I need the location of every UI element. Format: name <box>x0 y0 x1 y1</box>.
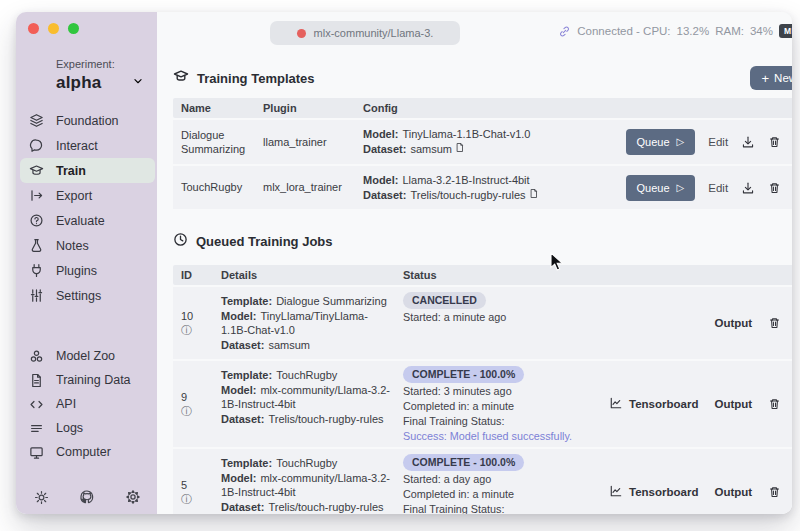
column-details: Details <box>221 269 403 281</box>
queue-label: Queue <box>637 136 670 148</box>
column-status: Status <box>403 269 609 281</box>
sidebar-item-api[interactable]: API <box>16 392 157 416</box>
output-button[interactable]: Output <box>714 317 752 329</box>
connection-status: Connected - CPU: 13.2% RAM: 34% MLX <box>558 24 792 38</box>
model-value: Llama-3.2-1B-Instruct-4bit <box>402 173 529 188</box>
model-label: Model: <box>221 472 256 484</box>
sidebar-item-logs[interactable]: Logs <box>16 416 157 440</box>
trash-icon[interactable] <box>768 316 781 330</box>
github-icon[interactable] <box>79 489 95 505</box>
link-icon <box>558 25 571 38</box>
sidebar-item-settings[interactable]: Settings <box>16 283 157 308</box>
sidebar-item-export[interactable]: Export <box>16 183 157 208</box>
template-name: TouchRugby <box>181 166 263 210</box>
info-icon[interactable]: ⓘ <box>181 494 192 505</box>
sidebar-item-evaluate[interactable]: Evaluate <box>16 208 157 233</box>
sidebar-item-model-zoo[interactable]: Model Zoo <box>16 344 157 368</box>
chart-icon <box>609 484 623 500</box>
trash-icon[interactable] <box>768 485 781 499</box>
monitor-icon <box>28 445 45 460</box>
info-icon[interactable]: ⓘ <box>181 406 192 417</box>
code-brackets-icon <box>28 397 45 412</box>
model-value: TinyLlama-1.1B-Chat-v1.0 <box>402 127 530 142</box>
column-name: Name <box>181 102 263 114</box>
zoom-window-button[interactable] <box>68 23 79 34</box>
trash-icon[interactable] <box>768 397 781 411</box>
templates-section-title: Training Templates <box>197 71 315 86</box>
tensorboard-button[interactable]: Tensorboard <box>609 396 698 412</box>
sidebar-item-label: Logs <box>56 421 83 435</box>
job-details: Template:TouchRugby Model:mlx-community/… <box>221 449 403 514</box>
job-row: 10 ⓘ Template:Dialogue Summarizing Model… <box>173 287 792 359</box>
sidebar-item-notes[interactable]: Notes <box>16 233 157 258</box>
info-icon[interactable]: ⓘ <box>181 325 192 336</box>
sidebar-item-label: Foundation <box>56 114 119 128</box>
job-status: COMPLETE - 100.0% Started: a day ago Com… <box>403 449 609 514</box>
question-circle-icon <box>28 213 45 228</box>
template-name: Dialogue Summarizing <box>181 120 263 164</box>
sidebar: Experiment: alpha Foundation Interact <box>16 12 157 514</box>
job-row: 5 ⓘ Template:TouchRugby Model:mlx-commun… <box>173 449 792 514</box>
job-dataset: samsum <box>268 339 310 351</box>
job-id: 10 ⓘ <box>181 287 221 359</box>
chart-icon <box>609 396 623 412</box>
status-badge: CANCELLED <box>403 292 486 309</box>
plus-icon: + <box>762 71 770 86</box>
experiment-selector[interactable]: alpha <box>56 73 145 93</box>
queue-button[interactable]: Queue ▷ <box>626 175 696 201</box>
sidebar-item-label: Notes <box>56 239 89 253</box>
status-completed: Completed in: a minute <box>403 488 599 502</box>
jobs-section-title: Queued Training Jobs <box>196 234 333 249</box>
close-window-button[interactable] <box>28 23 39 34</box>
template-row: TouchRugby mlx_lora_trainer Model:Llama-… <box>173 166 792 210</box>
sidebar-item-training-data[interactable]: Training Data <box>16 368 157 392</box>
sidebar-item-foundation[interactable]: Foundation <box>16 108 157 133</box>
sidebar-item-computer[interactable]: Computer <box>16 440 157 464</box>
sidebar-item-label: Settings <box>56 289 101 303</box>
download-icon[interactable] <box>741 135 755 149</box>
new-template-button[interactable]: + New <box>750 66 792 90</box>
column-id: ID <box>181 269 221 281</box>
ram-value: 34% <box>750 25 773 37</box>
trash-icon[interactable] <box>768 135 781 149</box>
sidebar-item-label: Plugins <box>56 264 97 278</box>
flask-icon <box>28 238 45 253</box>
jobs-table-header: ID Details Status <box>173 265 792 285</box>
sun-icon[interactable] <box>34 490 49 505</box>
queue-button[interactable]: Queue ▷ <box>626 129 696 155</box>
job-id-value: 9 <box>181 391 187 403</box>
sidebar-item-train[interactable]: Train <box>20 158 155 183</box>
job-status: COMPLETE - 100.0% Started: 3 minutes ago… <box>403 361 609 447</box>
template-label: Template: <box>221 369 272 381</box>
sidebar-item-label: Train <box>56 164 86 178</box>
status-completed: Completed in: a minute <box>403 400 599 414</box>
job-details: Template:TouchRugby Model:mlx-community/… <box>221 361 403 447</box>
output-button[interactable]: Output <box>714 398 752 410</box>
gear-icon[interactable] <box>125 489 141 505</box>
experiment-name: alpha <box>56 73 101 93</box>
tensorboard-button[interactable]: Tensorboard <box>609 484 698 500</box>
output-button[interactable]: Output <box>714 486 752 498</box>
sidebar-item-label: Training Data <box>56 373 131 387</box>
trash-icon[interactable] <box>768 181 781 195</box>
edit-button[interactable]: Edit <box>708 136 728 148</box>
tensorboard-label: Tensorboard <box>629 398 698 410</box>
job-template: TouchRugby <box>276 457 337 469</box>
sidebar-item-interact[interactable]: Interact <box>16 133 157 158</box>
sidebar-item-label: Computer <box>56 445 111 459</box>
sliders-icon <box>28 288 45 303</box>
job-actions: Tensorboard Output <box>609 449 792 514</box>
job-dataset: Trelis/touch-rugby-rules <box>268 501 383 513</box>
foundation-model-pill[interactable]: mlx-community/Llama-3. <box>270 21 460 45</box>
template-row: Dialogue Summarizing llama_trainer Model… <box>173 120 792 164</box>
edit-button[interactable]: Edit <box>708 182 728 194</box>
clock-icon <box>173 232 188 251</box>
sidebar-item-plugins[interactable]: Plugins <box>16 258 157 283</box>
minimize-window-button[interactable] <box>48 23 59 34</box>
status-started: Started: a day ago <box>403 473 599 487</box>
download-icon[interactable] <box>741 181 755 195</box>
templates-table-header: Name Plugin Config <box>173 98 792 118</box>
job-id: 9 ⓘ <box>181 361 221 447</box>
model-pill-text: mlx-community/Llama-3. <box>314 27 434 39</box>
status-started: Started: 3 minutes ago <box>403 385 599 399</box>
